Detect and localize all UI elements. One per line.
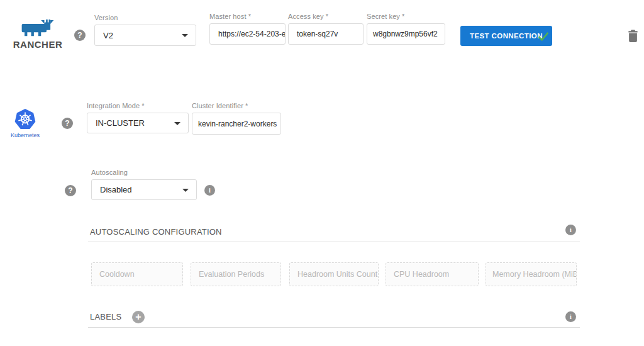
cluster-identifier-input[interactable]: kevin-rancher2-workers [192, 113, 281, 135]
add-label-button[interactable]: + [132, 311, 145, 323]
master-host-label: Master host * [209, 13, 286, 20]
cooldown-placeholder: Cooldown [99, 270, 135, 279]
autoscaling-configuration-title: AUTOSCALING CONFIGURATION [90, 227, 222, 237]
rancher-logo-text: RANCHER [6, 39, 69, 50]
cluster-identifier-label: Cluster Identifier * [192, 102, 281, 109]
section-divider [88, 327, 580, 328]
cooldown-input-disabled: Cooldown [91, 262, 183, 286]
info-icon[interactable]: i [565, 311, 576, 322]
memory-headroom-input-disabled: Memory Headroom (MiB) [486, 262, 577, 286]
connection-success-check-icon [536, 29, 550, 43]
master-host-value: https://ec2-54-203-e [218, 30, 286, 38]
chevron-down-icon [182, 189, 189, 192]
version-value: V2 [103, 31, 113, 40]
info-icon[interactable]: i [204, 185, 215, 196]
chevron-down-icon [174, 122, 180, 125]
plus-icon: + [135, 311, 141, 323]
help-icon[interactable]: ? [62, 118, 73, 129]
cpu-headroom-placeholder: CPU Headroom [394, 270, 449, 279]
headroom-units-count-placeholder: Headroom Units Count [297, 270, 377, 279]
delete-trash-icon[interactable] [628, 29, 638, 43]
secret-key-value: w8gbnwz9mp56vf2 [373, 30, 438, 38]
version-label: Version [94, 14, 196, 21]
autoscaling-label: Autoscaling [91, 169, 197, 176]
access-key-label: Access key * [288, 13, 364, 20]
memory-headroom-placeholder: Memory Headroom (MiB) [492, 270, 577, 279]
rancher-logo: RANCHER [6, 19, 69, 50]
kubernetes-helm-icon [14, 108, 36, 130]
labels-title: LABELS [90, 312, 121, 321]
integration-config-page: RANCHER ? Version V2 Master host * https… [0, 0, 644, 346]
master-host-input[interactable]: https://ec2-54-203-e [209, 23, 286, 45]
evaluation-periods-placeholder: Evaluation Periods [199, 270, 264, 279]
access-key-input[interactable]: token-sq27v [288, 23, 364, 45]
kubernetes-logo: Kubernetes [8, 108, 43, 138]
rancher-bull-icon [20, 19, 55, 38]
integration-mode-value: IN-CLUSTER [96, 118, 145, 128]
chevron-down-icon [182, 34, 188, 37]
cluster-identifier-value: kevin-rancher2-workers [198, 120, 277, 128]
help-icon[interactable]: ? [74, 30, 86, 41]
autoscaling-select[interactable]: Disabled [91, 179, 197, 200]
version-select[interactable]: V2 [94, 25, 196, 46]
autoscaling-value: Disabled [100, 185, 132, 194]
secret-key-input[interactable]: w8gbnwz9mp56vf2 [367, 23, 445, 45]
info-icon[interactable]: i [565, 225, 576, 235]
integration-mode-select[interactable]: IN-CLUSTER [87, 113, 189, 133]
integration-mode-label: Integration Mode * [87, 102, 189, 109]
help-icon[interactable]: ? [65, 185, 76, 196]
evaluation-periods-input-disabled: Evaluation Periods [191, 262, 281, 286]
cpu-headroom-input-disabled: CPU Headroom [386, 262, 479, 286]
secret-key-label: Secret key * [367, 13, 445, 20]
headroom-units-count-input-disabled: Headroom Units Count [289, 262, 379, 286]
kubernetes-logo-text: Kubernetes [8, 132, 43, 138]
section-divider [88, 242, 580, 242]
access-key-value: token-sq27v [297, 30, 338, 38]
